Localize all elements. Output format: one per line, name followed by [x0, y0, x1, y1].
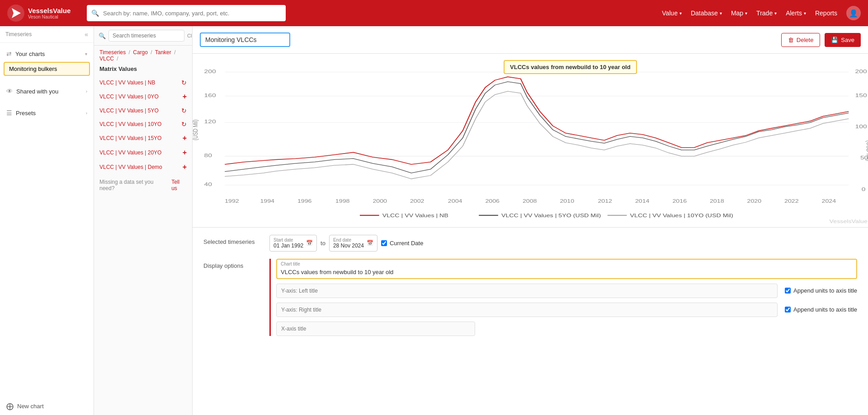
breadcrumb-timeseries[interactable]: Timeseries [99, 49, 126, 56]
sidebar-shared-with-you[interactable]: 👁 Shared with you › [0, 84, 94, 98]
end-date-field[interactable]: End date 28 Nov 2024 📅 [329, 235, 377, 252]
user-avatar[interactable]: 👤 [846, 6, 861, 20]
timeseries-item[interactable]: VLCC | VV Values | 5YO ↻ [94, 104, 192, 117]
timeseries-item[interactable]: VLCC | VV Values | 0YO + [94, 89, 192, 104]
breadcrumb: Timeseries / Cargo / Tanker / VLCC / [94, 46, 192, 64]
chevron-down-icon: ▾ [745, 11, 747, 16]
nav-alerts[interactable]: Alerts ▾ [786, 9, 806, 17]
timeseries-item[interactable]: VLCC | VV Values | 15YO + [94, 131, 192, 145]
middle-panel: 🔍 Clear Timeseries / Cargo / Tanker / VL… [94, 26, 193, 415]
tell-us-link[interactable]: Tell us [171, 179, 187, 191]
calendar-icon: 📅 [306, 240, 313, 246]
nav-database[interactable]: Database ▾ [691, 9, 722, 17]
current-date-checkbox-row[interactable]: Current Date [381, 240, 423, 247]
add-icon[interactable]: + [183, 134, 187, 142]
active-chart-item[interactable]: Monitoring bulkers [4, 62, 90, 76]
svg-text:80: 80 [204, 152, 212, 159]
svg-text:0: 0 [862, 186, 866, 192]
logo-text: VesselsValue Veson Nautical [28, 7, 71, 19]
chevron-down-icon: ▾ [679, 11, 682, 16]
save-button[interactable]: 💾 Save [825, 33, 861, 47]
svg-text:2006: 2006 [485, 199, 500, 204]
nav-reports[interactable]: Reports [815, 9, 837, 17]
chart-name-input[interactable] [200, 33, 290, 47]
svg-text:2022: 2022 [784, 199, 799, 204]
svg-text:2024: 2024 [822, 199, 836, 204]
svg-text:1998: 1998 [335, 199, 350, 204]
new-chart-button[interactable]: ⨁ New chart [0, 397, 94, 415]
append-units-left-checkbox[interactable] [785, 288, 791, 294]
svg-text:100: 100 [855, 123, 867, 130]
header-actions: 🗑 Delete 💾 Save [781, 33, 861, 47]
date-range-row: Start date 01 Jan 1992 📅 to End date 28 … [269, 235, 857, 252]
sidebar: Timeseries « ⇄ Your charts ▾ Monitoring … [0, 26, 94, 415]
y-left-axis-row: Append units to axis title [276, 284, 857, 298]
chevron-down-icon: ▾ [804, 11, 806, 16]
chart-container: VLCCs values from newbuild to 10 year ol… [193, 54, 868, 227]
sidebar-your-charts[interactable]: ⇄ Your charts ▾ [0, 47, 94, 61]
chart-title-input[interactable] [277, 260, 856, 278]
current-date-checkbox[interactable] [381, 240, 387, 246]
trash-icon: 🗑 [788, 37, 794, 43]
matrix-values-title: Matrix Values [94, 64, 192, 76]
logo-icon [7, 5, 24, 22]
search-icon: 🔍 [99, 33, 106, 39]
timeseries-item[interactable]: VLCC | VV Values | Demo + [94, 160, 192, 174]
start-date-field[interactable]: Start date 01 Jan 1992 📅 [269, 235, 317, 252]
svg-text:2002: 2002 [410, 199, 425, 204]
svg-text:(USD Mil): (USD Mil) [865, 140, 868, 161]
timeseries-search-input[interactable] [108, 30, 184, 42]
svg-text:2020: 2020 [747, 199, 762, 204]
y-left-title-input[interactable] [276, 284, 778, 298]
add-icon[interactable]: + [183, 149, 187, 157]
chevron-right-icon: › [86, 111, 87, 116]
reset-icon[interactable]: ↻ [181, 107, 187, 114]
svg-text:1994: 1994 [260, 199, 274, 204]
breadcrumb-cargo[interactable]: Cargo [133, 49, 148, 56]
nav-value[interactable]: Value ▾ [662, 9, 682, 17]
options-panel: Selected timeseries Start date 01 Jan 19… [193, 227, 868, 415]
collapse-icon[interactable]: « [85, 31, 88, 38]
logo[interactable]: VesselsValue Veson Nautical [7, 5, 80, 22]
svg-text:150: 150 [855, 92, 867, 98]
list-icon: ☰ [6, 109, 12, 117]
display-options-label: Display options [203, 259, 262, 269]
delete-button[interactable]: 🗑 Delete [781, 33, 821, 47]
svg-text:200: 200 [204, 68, 216, 75]
x-axis-row [276, 322, 857, 336]
y-right-title-input[interactable] [276, 303, 778, 317]
timeseries-item[interactable]: VLCC | VV Values | 20YO + [94, 145, 192, 160]
search-icon: 🔍 [91, 9, 99, 17]
svg-text:2010: 2010 [560, 199, 574, 204]
append-units-right-checkbox[interactable] [785, 307, 791, 312]
sidebar-presets[interactable]: ☰ Presets › [0, 106, 94, 120]
add-icon[interactable]: + [183, 163, 187, 171]
chevron-right-icon: › [86, 89, 87, 94]
add-icon[interactable]: + [183, 93, 187, 101]
y-right-axis-row: Append units to axis title [276, 303, 857, 317]
your-charts-section: ⇄ Your charts ▾ Monitoring bulkers [0, 43, 94, 80]
breadcrumb-tanker[interactable]: Tanker [155, 49, 171, 56]
x-axis-title-input[interactable] [276, 322, 475, 336]
chart-title-wrap: Chart title [276, 259, 857, 279]
reset-icon[interactable]: ↻ [181, 79, 187, 86]
clear-search-button[interactable]: Clear [187, 33, 193, 38]
calendar-icon: 📅 [367, 240, 373, 246]
svg-text:40: 40 [204, 181, 212, 187]
breadcrumb-vlcc[interactable]: VLCC [99, 56, 114, 62]
missing-data-row: Missing a data set you need? Tell us [94, 174, 192, 196]
timeseries-item[interactable]: VLCC | VV Values | 10YO ↻ [94, 117, 192, 131]
reset-icon[interactable]: ↻ [181, 121, 187, 128]
nav-trade[interactable]: Trade ▾ [756, 9, 777, 17]
global-search[interactable]: 🔍 [87, 5, 286, 21]
svg-text:2004: 2004 [448, 199, 462, 204]
search-input[interactable] [87, 5, 286, 21]
append-units-left-row[interactable]: Append units to axis title [785, 287, 857, 294]
append-units-right-row[interactable]: Append units to axis title [785, 306, 857, 313]
nav-map[interactable]: Map ▾ [731, 9, 747, 17]
svg-text:2014: 2014 [635, 199, 650, 204]
timeseries-item[interactable]: VLCC | VV Values | NB ↻ [94, 76, 192, 89]
svg-text:2000: 2000 [373, 199, 387, 204]
charts-icon: ⇄ [6, 50, 12, 57]
svg-text:120: 120 [204, 118, 216, 125]
